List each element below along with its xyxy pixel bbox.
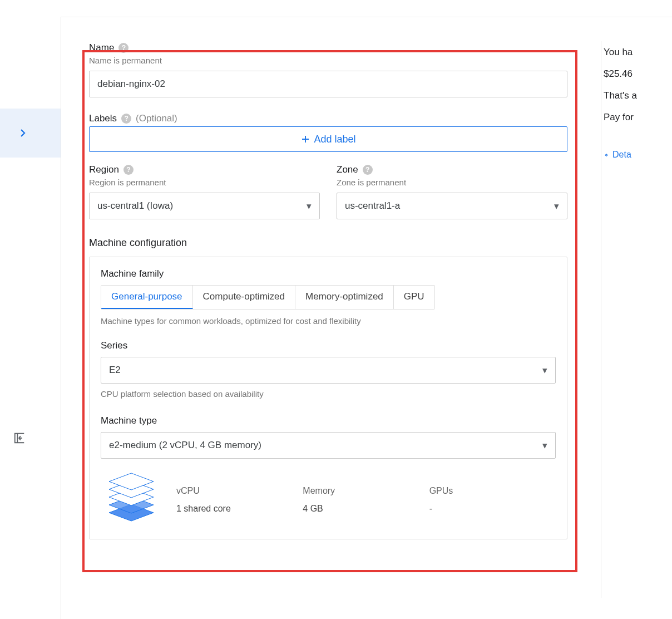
main-form: Name ? Name is permanent Labels ? (Optio… (61, 17, 595, 539)
collapse-icon (13, 432, 26, 444)
vcpu-value: 1 shared core (176, 504, 303, 514)
zone-dropdown[interactable]: us-central1-a ▾ (337, 193, 567, 219)
labels-label: Labels (89, 113, 117, 124)
gpu-heading: GPUs (429, 486, 556, 496)
machine-family-label: Machine family (101, 268, 556, 279)
zone-label: Zone (337, 164, 358, 175)
machine-type-value: e2-medium (2 vCPU, 4 GB memory) (109, 440, 261, 451)
right-line1: You ha (601, 41, 672, 63)
machine-config-card: Machine family General-purpose Compute-o… (89, 257, 567, 539)
right-line4: Pay for (601, 106, 672, 128)
add-label-text: Add label (314, 134, 355, 145)
machine-specs: vCPU Memory GPUs 1 shared core 4 GB - (101, 472, 556, 528)
tab-compute-optimized[interactable]: Compute-optimized (193, 286, 295, 309)
vcpu-heading: vCPU (176, 486, 303, 496)
help-icon[interactable]: ? (363, 165, 373, 175)
help-icon[interactable]: ? (123, 165, 134, 175)
region-dropdown[interactable]: us-central1 (Iowa) ▾ (89, 193, 320, 219)
chevron-down-icon: ▾ (307, 200, 312, 212)
left-sidebar (0, 17, 61, 619)
details-text: Deta (612, 145, 631, 165)
series-subtext: CPU platform selection based on availabi… (101, 389, 556, 399)
name-label: Name (89, 42, 114, 53)
machine-family-tabs: General-purpose Compute-optimized Memory… (101, 285, 435, 310)
chevron-down-icon: ▾ (542, 365, 547, 376)
chevron-right-icon (18, 128, 28, 138)
name-input[interactable] (89, 71, 567, 97)
right-column: You ha $25.46 That's a Pay for ⌄⌃ Deta (601, 41, 672, 598)
add-label-button[interactable]: Add label (89, 126, 567, 152)
machine-config-heading: Machine configuration (89, 237, 567, 249)
right-line3: That's a (601, 85, 672, 106)
machine-type-dropdown[interactable]: e2-medium (2 vCPU, 4 GB memory) ▾ (101, 432, 556, 459)
memory-value: 4 GB (303, 504, 429, 514)
zone-value: us-central1-a (345, 200, 400, 212)
details-link[interactable]: ⌄⌃ Deta (601, 145, 672, 165)
region-label: Region (89, 164, 119, 175)
machine-family-desc: Machine types for common workloads, opti… (101, 316, 556, 326)
expand-icon: ⌄⌃ (604, 153, 609, 158)
cpu-stack-icon (101, 472, 162, 528)
series-value: E2 (109, 365, 121, 376)
machine-type-label: Machine type (101, 415, 556, 426)
help-icon[interactable]: ? (118, 43, 129, 53)
region-subtext: Region is permanent (89, 178, 320, 187)
tab-general-purpose[interactable]: General-purpose (101, 286, 193, 310)
series-label: Series (101, 340, 556, 351)
collapse-sidebar-button[interactable] (13, 432, 26, 444)
chevron-down-icon: ▾ (542, 440, 547, 451)
plus-icon (300, 134, 310, 144)
tab-gpu[interactable]: GPU (394, 286, 434, 309)
gpu-value: - (429, 504, 556, 514)
zone-subtext: Zone is permanent (337, 178, 567, 187)
series-dropdown[interactable]: E2 ▾ (101, 357, 556, 384)
chevron-down-icon: ▾ (554, 200, 559, 212)
help-icon[interactable]: ? (121, 114, 131, 124)
region-value: us-central1 (Iowa) (97, 200, 173, 212)
tab-memory-optimized[interactable]: Memory-optimized (295, 286, 394, 309)
sidebar-nav-item[interactable] (0, 109, 61, 158)
name-subtext: Name is permanent (89, 56, 567, 65)
labels-optional: (Optional) (136, 113, 177, 124)
right-line2: $25.46 (601, 63, 672, 85)
memory-heading: Memory (303, 486, 429, 496)
